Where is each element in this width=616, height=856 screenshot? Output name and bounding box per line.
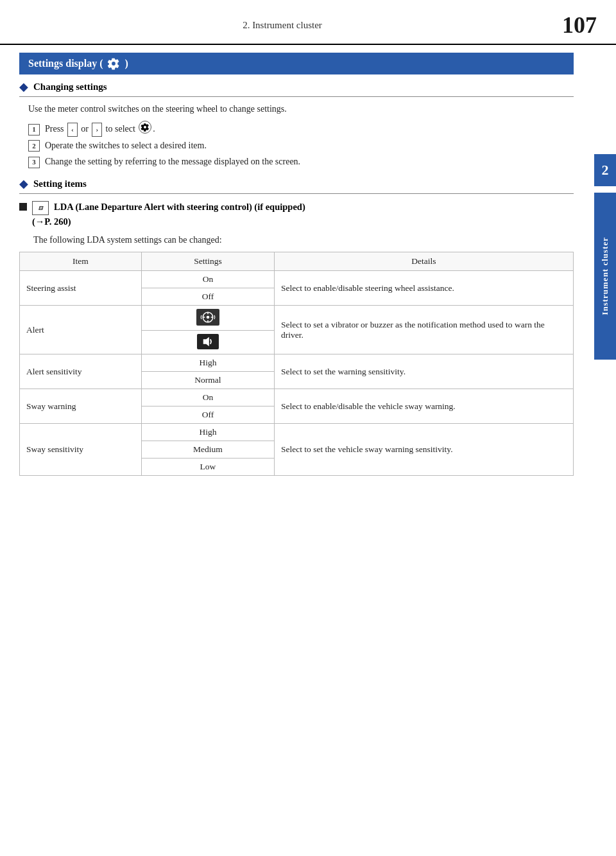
- alert-buzzer-icon: [141, 331, 274, 354]
- step-1-num: 1: [28, 124, 40, 135]
- alert-sensitivity-label: Alert sensitivity: [20, 354, 142, 389]
- sway-warning-off: Off: [141, 406, 274, 424]
- table-row-alert-sensitivity-high: Alert sensitivity High Select to set the…: [20, 354, 574, 372]
- steering-assist-off: Off: [141, 288, 274, 306]
- table-row-sway-warning-on: Sway warning On Select to enable/disable…: [20, 389, 574, 406]
- step-2-num: 2: [28, 140, 40, 152]
- sway-warning-details: Select to enable/disable the vehicle swa…: [274, 389, 573, 424]
- changing-settings-section: ◆ Changing settings: [19, 74, 574, 97]
- steps-container: 1 Press ‹ or › to select . 2 Operate the…: [28, 121, 574, 169]
- alert-details: Select to set a vibrator or buzzer as th…: [274, 306, 573, 354]
- lda-title-block: ⊟ LDA (Lane Departure Alert with steerin…: [32, 200, 305, 229]
- setting-items-section: ◆ Setting items: [19, 171, 574, 194]
- gear-select-icon: [139, 121, 151, 134]
- alert-sensitivity-details: Select to set the warning sensitivity.: [274, 354, 573, 389]
- changing-settings-title: Changing settings: [33, 82, 107, 92]
- section-title-suffix: ): [124, 58, 128, 69]
- alert-label: Alert: [20, 306, 142, 354]
- steering-assist-label: Steering assist: [20, 271, 142, 306]
- sway-sensitivity-medium: Medium: [141, 441, 274, 459]
- step-3: 3 Change the setting by referring to the…: [28, 155, 574, 169]
- diamond-icon-2: ◆: [19, 177, 28, 191]
- step-3-num: 3: [28, 157, 40, 168]
- table-row-steering-assist-on: Steering assist On Select to enable/disa…: [20, 271, 574, 288]
- alert-sensitivity-normal: Normal: [141, 372, 274, 389]
- setting-items-title: Setting items: [33, 179, 87, 189]
- sway-sensitivity-details: Select to set the vehicle sway warning s…: [274, 424, 573, 476]
- step-1-text: Press ‹ or › to select .: [45, 121, 574, 137]
- sway-sensitivity-label: Sway sensitivity: [20, 424, 142, 476]
- vibrator-icon-box: [196, 309, 219, 326]
- svg-marker-6: [203, 337, 209, 347]
- steering-assist-on: On: [141, 271, 274, 288]
- step-3-text: Change the setting by referring to the m…: [45, 155, 574, 169]
- step-2: 2 Operate the switches to select a desir…: [28, 139, 574, 153]
- table-header-item: Item: [20, 252, 142, 271]
- square-bullet-icon: [19, 203, 27, 211]
- table-row-alert-vibrator: Alert: [20, 306, 574, 331]
- table-header-details: Details: [274, 252, 573, 271]
- page-header: 2. Instrument cluster 107: [0, 0, 616, 45]
- step-1: 1 Press ‹ or › to select .: [28, 121, 574, 137]
- chapter-title: 2. Instrument cluster: [19, 20, 545, 31]
- left-arrow-btn: ‹: [67, 123, 78, 137]
- changing-settings-intro: Use the meter control switches on the st…: [28, 102, 574, 116]
- page-number: 107: [545, 12, 597, 39]
- lda-subtitle: The following LDA system settings can be…: [33, 233, 574, 247]
- alert-vibrator-icon: [141, 306, 274, 331]
- right-arrow-btn: ›: [92, 123, 102, 137]
- table-header-settings: Settings: [141, 252, 274, 271]
- lda-title-line2: (→P. 260): [32, 216, 71, 227]
- buzzer-icon-box: [197, 334, 219, 349]
- table-row-sway-sensitivity-high: Sway sensitivity High Select to set the …: [20, 424, 574, 441]
- sway-warning-label: Sway warning: [20, 389, 142, 424]
- settings-display-icon: [107, 57, 121, 71]
- step-2-text: Operate the switches to select a desired…: [45, 139, 574, 153]
- diamond-icon: ◆: [19, 80, 28, 94]
- lda-icon: ⊟: [32, 201, 49, 215]
- main-content: Settings display ( ) ◆ Changing settings…: [0, 53, 593, 500]
- svg-point-1: [207, 316, 210, 319]
- alert-sensitivity-high: High: [141, 354, 274, 372]
- chapter-number: 2: [594, 154, 616, 186]
- lda-section: ⊟ LDA (Lane Departure Alert with steerin…: [19, 200, 574, 229]
- lda-title-line1: LDA (Lane Departure Alert with steering …: [54, 202, 305, 212]
- steering-assist-details: Select to enable/disable steering wheel …: [274, 271, 573, 306]
- settings-table: Item Settings Details Steering assist On…: [19, 252, 574, 476]
- section-header: Settings display ( ): [19, 53, 574, 74]
- section-title-text: Settings display (: [28, 58, 103, 69]
- sway-warning-on: On: [141, 389, 274, 406]
- chapter-sidebar: Instrument cluster: [594, 193, 616, 360]
- sway-sensitivity-low: Low: [141, 459, 274, 476]
- sway-sensitivity-high: High: [141, 424, 274, 441]
